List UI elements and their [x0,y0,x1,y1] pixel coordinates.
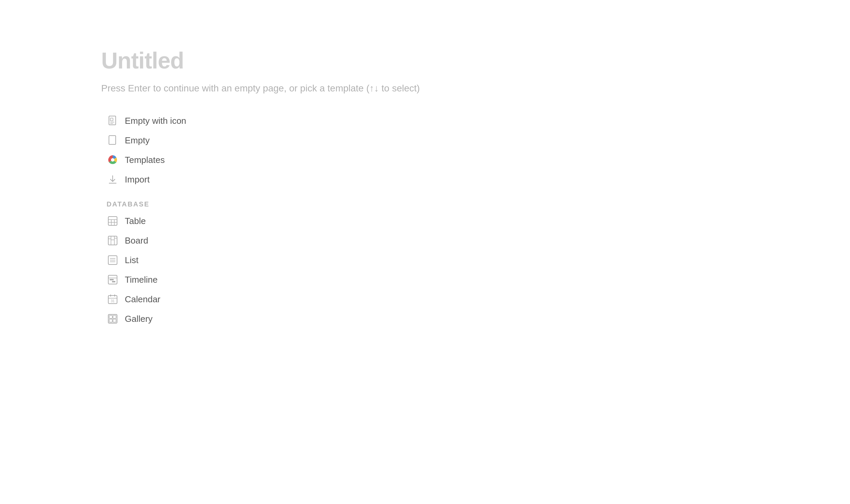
svg-rect-27 [112,281,115,282]
menu-item-gallery-label: Gallery [125,314,152,324]
menu-item-gallery[interactable]: Gallery [101,309,229,328]
svg-rect-36 [109,319,112,322]
menu-item-import-label: Import [125,175,150,185]
database-section-label: DATABASE [101,200,850,208]
board-icon [107,234,119,247]
page-subtitle: Press Enter to continue with an empty pa… [101,83,850,94]
svg-point-6 [111,158,114,162]
menu-item-empty-with-icon-label: Empty with icon [125,116,186,126]
templates-icon [107,154,119,166]
import-icon [107,174,119,185]
menu-item-timeline-label: Timeline [125,275,158,285]
svg-rect-26 [110,279,114,280]
svg-rect-34 [109,316,112,319]
list-icon [107,254,119,266]
main-content: Untitled Press Enter to continue with an… [0,0,850,328]
menu-item-empty[interactable]: Empty [101,131,229,150]
menu-item-board[interactable]: Board [101,231,229,250]
timeline-icon [107,274,119,286]
menu-item-board-label: Board [125,235,148,246]
gallery-icon [107,313,119,325]
document-plain-icon [107,134,119,146]
svg-rect-37 [113,319,116,322]
svg-rect-4 [109,136,116,144]
menu-item-import[interactable]: Import [101,170,229,189]
page-title: Untitled [101,47,850,74]
menu-item-empty-with-icon[interactable]: Empty with icon [101,111,229,130]
svg-rect-1 [110,118,113,121]
table-icon [107,215,119,227]
svg-text:31: 31 [111,299,115,303]
document-icon [107,115,119,127]
svg-rect-35 [113,316,116,319]
menu-item-empty-label: Empty [125,135,150,146]
menu-item-calendar-label: Calendar [125,294,161,305]
menu-item-list[interactable]: List [101,251,229,270]
menu-item-table-label: Table [125,216,146,227]
menu-item-list-label: List [125,255,138,266]
svg-rect-33 [108,314,117,323]
menu-item-templates-label: Templates [125,155,165,165]
menu-list: Empty with icon Empty [101,111,850,328]
menu-item-table[interactable]: Table [101,212,229,230]
menu-item-templates[interactable]: Templates [101,150,229,169]
calendar-icon: 31 [107,293,119,305]
svg-rect-14 [108,236,117,245]
menu-item-timeline[interactable]: Timeline [101,270,229,289]
menu-item-calendar[interactable]: 31 Calendar [101,290,229,309]
svg-rect-9 [108,217,117,226]
